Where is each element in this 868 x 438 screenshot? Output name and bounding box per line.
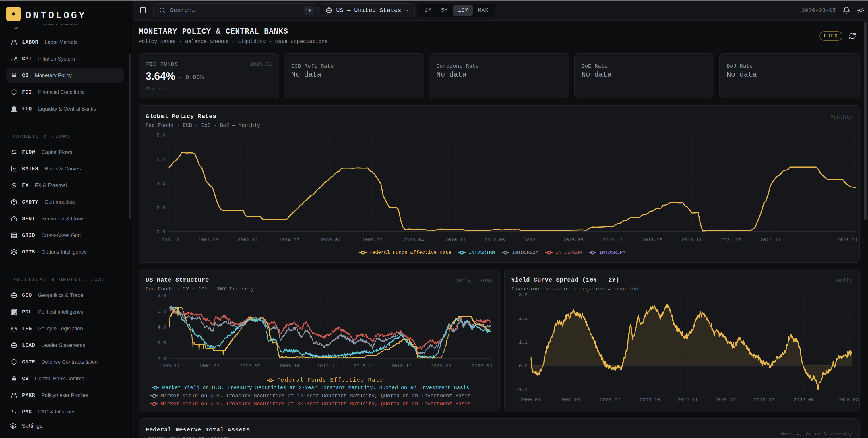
svg-text:2003-04: 2003-04 <box>560 397 580 403</box>
svg-text:2.0: 2.0 <box>157 340 166 346</box>
svg-text:2026-01: 2026-01 <box>837 238 857 243</box>
svg-text:2015-12: 2015-12 <box>715 397 735 403</box>
svg-text:-1.1: -1.1 <box>516 387 528 393</box>
svg-text:3.3: 3.3 <box>519 292 528 298</box>
svg-text:2018-12: 2018-12 <box>391 364 412 369</box>
svg-text:2009-10: 2009-10 <box>279 364 300 369</box>
svg-text:8.0: 8.0 <box>156 133 165 138</box>
svg-text:2004-07: 2004-07 <box>279 238 299 243</box>
svg-text:2019-11: 2019-11 <box>681 238 702 243</box>
svg-text:2007-09: 2007-09 <box>362 238 382 243</box>
svg-text:2016-11: 2016-11 <box>602 238 623 243</box>
svg-text:2001-06: 2001-06 <box>198 238 218 243</box>
svg-text:2000-01: 2000-01 <box>520 397 540 403</box>
svg-text:2003-03: 2003-03 <box>199 364 219 369</box>
svg-text:2022-05: 2022-05 <box>794 397 814 403</box>
svg-text:0.0: 0.0 <box>156 229 165 235</box>
svg-text:2019-02: 2019-02 <box>754 397 774 403</box>
svg-text:2015-11: 2015-11 <box>353 364 374 369</box>
svg-text:2015-05: 2015-05 <box>563 238 584 243</box>
svg-text:4.0: 4.0 <box>157 324 166 330</box>
svg-text:2.2: 2.2 <box>519 316 528 321</box>
svg-text:1999-12: 1999-12 <box>158 238 179 243</box>
svg-text:2012-11: 2012-11 <box>317 364 337 369</box>
svg-text:6.0: 6.0 <box>156 157 165 162</box>
svg-text:2.0: 2.0 <box>156 205 165 211</box>
svg-text:2006-07: 2006-07 <box>600 397 620 403</box>
svg-text:2002-12: 2002-12 <box>237 238 258 243</box>
svg-text:2012-05: 2012-05 <box>485 238 505 243</box>
svg-text:2021-05: 2021-05 <box>721 238 741 243</box>
svg-text:0.0: 0.0 <box>157 356 166 362</box>
svg-text:2010-11: 2010-11 <box>445 238 466 243</box>
svg-text:2009-04: 2009-04 <box>404 238 424 243</box>
svg-text:2026-03: 2026-03 <box>838 397 859 403</box>
svg-text:2006-07: 2006-07 <box>240 364 260 369</box>
svg-text:2022-03: 2022-03 <box>431 364 451 369</box>
svg-text:2013-11: 2013-11 <box>524 238 544 243</box>
svg-text:4.0: 4.0 <box>156 181 165 186</box>
svg-text:6.0: 6.0 <box>157 309 166 314</box>
svg-text:2012-11: 2012-11 <box>677 397 698 403</box>
svg-text:2026-03: 2026-03 <box>472 364 492 369</box>
svg-text:8.0: 8.0 <box>157 293 166 299</box>
svg-text:2022-11: 2022-11 <box>760 238 780 243</box>
svg-text:1999-12: 1999-12 <box>159 364 180 369</box>
svg-text:1.1: 1.1 <box>519 340 528 345</box>
svg-text:0.0: 0.0 <box>519 363 528 369</box>
svg-text:2018-05: 2018-05 <box>642 238 662 243</box>
svg-text:2006-02: 2006-02 <box>320 238 341 243</box>
svg-text:2009-10: 2009-10 <box>640 397 660 403</box>
